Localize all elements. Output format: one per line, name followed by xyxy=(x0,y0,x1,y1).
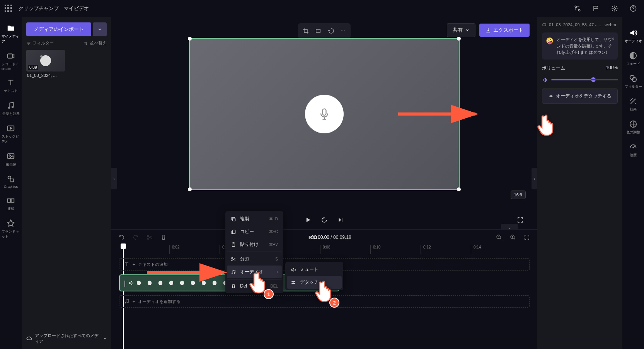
upload-status[interactable]: アップロードされたすべてのメディア xyxy=(26,333,107,344)
ctx-mute[interactable]: ミュート xyxy=(287,263,342,276)
delete-button[interactable] xyxy=(159,233,168,242)
rail-filter[interactable]: フィルター xyxy=(622,70,644,93)
properties-panel: 01_03_2024, 09_58_47 - ....webm 🤪 オーディオを… xyxy=(537,17,622,349)
rail-audio[interactable]: オーディオ xyxy=(622,25,644,48)
ctx-split[interactable]: 分割S xyxy=(227,253,282,266)
preview-area: 共有 エクスポート 16:9 xyxy=(111,17,537,211)
redo-button[interactable] xyxy=(131,233,140,242)
ctx-delete[interactable]: DelDEL xyxy=(227,280,282,292)
close-tip-button[interactable]: ✕ xyxy=(611,36,615,42)
timeline-ruler[interactable]: 0:02 0:04 0:06 0:08 0:10 0:12 0:14 xyxy=(119,245,537,254)
ctx-copy[interactable]: コピー⌘+C xyxy=(227,225,282,238)
help-icon[interactable] xyxy=(627,2,639,15)
rail-effects[interactable]: 効果 xyxy=(622,93,644,116)
resize-handle[interactable] xyxy=(188,187,192,191)
volume-track[interactable] xyxy=(551,79,618,80)
timeline-toolbar: ICJ 00:00.00 / 00:09.18 xyxy=(111,230,537,245)
center-area: ‹ › 共有 エクスポート 16:9 xyxy=(111,17,537,349)
import-dropdown[interactable] xyxy=(93,22,107,36)
ctx-detach[interactable]: デタッチ xyxy=(287,276,342,289)
more-icon[interactable] xyxy=(337,26,348,36)
ctx-duplicate[interactable]: 複製⌘+D xyxy=(227,213,282,225)
svg-point-31 xyxy=(232,273,233,274)
volume-icon xyxy=(128,280,135,286)
volume-slider[interactable] xyxy=(542,77,618,83)
play-button[interactable] xyxy=(303,215,313,225)
flag-icon[interactable] xyxy=(590,2,602,15)
ruler-tick: 0:02 xyxy=(169,245,179,254)
media-duration: 0:09 xyxy=(28,65,38,70)
nav-record[interactable]: レコード / create xyxy=(0,48,22,75)
rail-fade[interactable]: フェード xyxy=(622,48,644,70)
preview-toolbar xyxy=(298,23,351,39)
nav-transition[interactable]: 運移 xyxy=(0,192,22,215)
media-name: 01_03_2024, ... xyxy=(26,73,65,78)
sort-button[interactable]: 並べ替え xyxy=(83,40,107,46)
context-menu: 複製⌘+D コピー⌘+C 貼り付け⌘+V 分割S オーディオ› DelDEL xyxy=(225,211,283,293)
zoom-out-button[interactable] xyxy=(495,233,503,242)
integrations-icon[interactable] xyxy=(571,2,584,15)
svg-point-15 xyxy=(341,31,342,31)
nav-text[interactable]: テキスト xyxy=(0,75,22,97)
audio-track-placeholder[interactable]: +オーディオを追加する xyxy=(119,295,530,308)
gear-icon[interactable] xyxy=(608,2,621,15)
nav-stock[interactable]: ストックビデオ xyxy=(0,120,22,148)
nav-graphics[interactable]: Graphics xyxy=(0,171,22,192)
resize-handle[interactable] xyxy=(457,187,461,191)
svg-point-0 xyxy=(575,6,577,8)
filter-button[interactable]: フィルター xyxy=(26,40,54,46)
svg-rect-14 xyxy=(316,29,320,32)
volume-icon xyxy=(542,77,548,83)
crop-icon[interactable] xyxy=(300,26,311,36)
svg-rect-26 xyxy=(233,230,235,233)
left-nav: マイメディア レコード / create テキスト 音楽と効果 ストックビデオ … xyxy=(0,17,22,349)
ctx-paste[interactable]: 貼り付け⌘+V xyxy=(227,238,282,251)
right-rail: オーディオ フェード フィルター 効果 色の調整 速度 xyxy=(622,17,644,349)
aspect-ratio-button[interactable]: 16:9 xyxy=(511,191,526,199)
app-menu-icon[interactable] xyxy=(5,5,12,12)
nav-my-media[interactable]: マイメディア xyxy=(0,20,22,48)
svg-point-17 xyxy=(344,31,345,31)
resize-handle[interactable] xyxy=(188,37,192,41)
media-item[interactable]: 0:09 01_03_2024, ... xyxy=(26,50,107,78)
clip-drag-handle[interactable]: ‖ xyxy=(123,279,126,287)
import-media-button[interactable]: メディアのインポート xyxy=(26,22,91,36)
svg-point-6 xyxy=(12,106,14,108)
ruler-tick: 0:08 xyxy=(320,245,330,254)
fit-icon[interactable] xyxy=(313,26,324,36)
svg-rect-33 xyxy=(543,24,546,26)
app-title: クリップチャンプ マイビデオ xyxy=(19,5,89,12)
selected-clip-name: 01_03_2024, 09_58_47 - ....webm xyxy=(542,22,618,27)
ctx-audio[interactable]: オーディオ› xyxy=(227,266,282,278)
svg-point-2 xyxy=(614,8,616,10)
svg-rect-11 xyxy=(11,179,14,182)
detach-audio-button[interactable]: オーディオをデタッチする xyxy=(542,89,618,104)
rail-color[interactable]: 色の調整 xyxy=(622,116,644,139)
undo-button[interactable] xyxy=(118,233,126,242)
nav-image[interactable]: 後画像 xyxy=(0,148,22,171)
nav-music[interactable]: 音楽と効果 xyxy=(0,97,22,120)
nav-brand[interactable]: ブランドキット xyxy=(0,215,22,243)
zoom-fit-button[interactable] xyxy=(523,233,531,242)
resize-handle[interactable] xyxy=(457,37,461,41)
svg-rect-18 xyxy=(323,109,326,115)
volume-thumb[interactable] xyxy=(591,77,596,82)
top-bar: クリップチャンプ マイビデオ xyxy=(0,0,644,17)
skip-forward-frame-button[interactable] xyxy=(319,215,330,225)
export-button[interactable]: エクスポート xyxy=(479,24,530,37)
preview-canvas[interactable] xyxy=(189,38,460,190)
playhead[interactable] xyxy=(121,243,126,249)
ruler-tick: 0:14 xyxy=(471,245,481,254)
svg-rect-13 xyxy=(11,199,14,202)
next-button[interactable] xyxy=(335,215,346,225)
svg-rect-25 xyxy=(233,218,235,221)
volume-row: ボリューム100% xyxy=(542,65,618,72)
share-button[interactable]: 共有 xyxy=(447,23,475,37)
zoom-in-button[interactable] xyxy=(509,233,517,242)
svg-point-16 xyxy=(342,31,343,31)
split-button[interactable] xyxy=(145,233,154,242)
mic-icon xyxy=(305,95,344,133)
svg-point-10 xyxy=(8,176,11,179)
rail-speed[interactable]: 速度 xyxy=(622,139,644,162)
rotate-icon[interactable] xyxy=(325,26,336,36)
